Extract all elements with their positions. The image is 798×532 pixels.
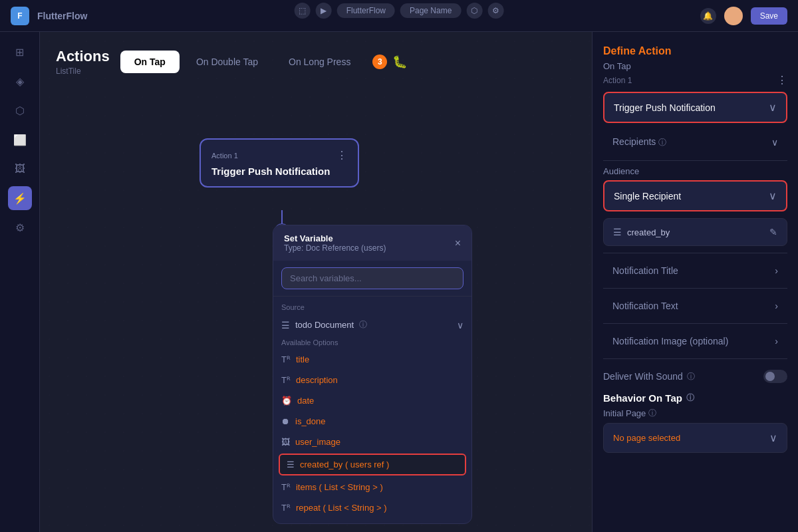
main-content: Actions ListTile On Tap On Double Tap On… <box>40 32 798 532</box>
notification-text-chevron: › <box>775 301 778 311</box>
deliver-sound-info-icon: ⓘ <box>687 371 695 382</box>
option-items[interactable]: Tᴿ items ( List < String > ) <box>273 477 471 497</box>
initial-page-row: Initial Page ⓘ <box>603 408 787 419</box>
option-date[interactable]: ⏰ date <box>273 390 471 411</box>
topbar: F FlutterFlow ⬚ ▶ FlutterFlow Page Name … <box>0 0 798 32</box>
topbar-share-icon[interactable]: ⬡ <box>466 3 482 19</box>
trigger-dropdown[interactable]: Trigger Push Notification ∨ <box>603 92 787 123</box>
divider-3 <box>603 288 787 289</box>
option-desc-text: description <box>296 375 338 385</box>
popup-search <box>273 261 471 297</box>
source-doc-icon: ☰ <box>281 320 290 331</box>
behavior-tap-info-icon: ⓘ <box>686 392 694 404</box>
initial-page-label: Initial Page ⓘ <box>603 408 656 419</box>
topbar-grid-icon[interactable]: ⬚ <box>295 3 311 19</box>
option-repeat-icon: Tᴿ <box>281 503 291 513</box>
divider-5 <box>603 358 787 359</box>
option-user-image[interactable]: 🖼 user_image <box>273 432 471 452</box>
deliver-sound-label: Deliver With Sound ⓘ <box>603 371 695 382</box>
actions-header: Actions ListTile On Tap On Double Tap On… <box>56 48 576 76</box>
tabs-row: On Tap On Double Tap On Long Press 3 🐛 <box>120 51 408 73</box>
option-items-text: items ( List < String > ) <box>296 482 383 492</box>
tab-on-double-tap[interactable]: On Double Tap <box>182 51 272 73</box>
created-by-row-left: ☰ created_by <box>613 227 670 237</box>
sidebar-icon-assets[interactable]: 🖼 <box>8 157 32 181</box>
option-repeat-text: repeat ( List < String > ) <box>296 503 387 513</box>
action-card-menu-icon[interactable]: ⋮ <box>336 149 347 162</box>
search-input[interactable] <box>281 267 464 289</box>
popup-title: Set Variable <box>284 233 386 243</box>
action-card-title: Trigger Push Notification <box>211 166 347 177</box>
topbar-bell-icon[interactable]: 🔔 <box>700 8 716 24</box>
left-sidebar: ⊞ ◈ ⬡ ⬜ 🖼 ⚡ ⚙ <box>0 32 40 532</box>
option-desc-icon: Tᴿ <box>281 375 291 385</box>
option-date-icon: ⏰ <box>281 396 292 406</box>
notification-image-row[interactable]: Notification Image (optional) › <box>603 329 787 353</box>
audience-dropdown[interactable]: Single Recipient ∨ <box>603 180 787 211</box>
trigger-dropdown-text: Trigger Push Notification <box>614 102 716 113</box>
sidebar-icon-pages[interactable]: ◈ <box>8 69 32 93</box>
divider-4 <box>603 323 787 324</box>
option-title[interactable]: Tᴿ title <box>273 349 471 370</box>
notification-text-row[interactable]: Notification Text › <box>603 294 787 318</box>
recipients-info-icon: ⓘ <box>658 138 666 147</box>
deliver-sound-toggle[interactable] <box>763 370 787 383</box>
topbar-avatar[interactable] <box>724 7 743 25</box>
initial-page-dropdown[interactable]: No page selected ∨ <box>603 423 787 453</box>
sidebar-icon-home[interactable]: ⊞ <box>8 40 32 64</box>
sidebar-icon-data[interactable]: ⬜ <box>8 128 32 152</box>
tab-on-long-press[interactable]: On Long Press <box>275 51 364 73</box>
canvas-area: Actions ListTile On Tap On Double Tap On… <box>40 32 592 532</box>
popup-header: Set Variable Type: Doc Reference (users)… <box>273 225 471 261</box>
created-by-doc-icon: ☰ <box>613 227 622 237</box>
notification-title-text: Notification Title <box>612 265 678 276</box>
panel-title: Define Action <box>603 45 787 57</box>
created-by-row[interactable]: ☰ created_by ✎ <box>603 218 787 246</box>
save-button[interactable]: Save <box>751 7 787 25</box>
option-created-by[interactable]: ☰ created_by ( users ref ) <box>279 454 466 475</box>
deliver-sound-row: Deliver With Sound ⓘ <box>603 364 787 388</box>
sidebar-icon-settings[interactable]: ⚙ <box>8 215 32 239</box>
bug-icon[interactable]: 🐛 <box>392 55 407 69</box>
action-card-label: Action 1 <box>211 152 238 160</box>
page-name-pill[interactable]: Page Name <box>400 3 461 18</box>
app-logo: F <box>11 7 29 25</box>
initial-page-chevron: ∨ <box>769 432 777 444</box>
popup-close-icon[interactable]: × <box>455 237 461 249</box>
audience-label: Audience <box>603 166 787 176</box>
audience-dropdown-chevron: ∨ <box>769 190 777 202</box>
option-done-icon: ⏺ <box>281 416 290 426</box>
option-date-text: date <box>297 396 314 406</box>
tab-badge: 3 <box>372 55 387 69</box>
trigger-dropdown-chevron: ∨ <box>769 101 777 114</box>
set-variable-popup: Set Variable Type: Doc Reference (users)… <box>273 225 472 524</box>
source-todo-document[interactable]: ☰ todo Document ⓘ ∨ <box>273 314 471 336</box>
source-info-icon: ⓘ <box>359 319 367 331</box>
sidebar-icon-actions[interactable]: ⚡ <box>8 186 32 210</box>
tab-on-tap[interactable]: On Tap <box>120 51 180 73</box>
project-name-pill[interactable]: FlutterFlow <box>337 3 395 18</box>
topbar-settings-icon[interactable]: ⚙ <box>487 3 503 19</box>
recipients-row[interactable]: Recipients ⓘ ∨ <box>603 130 787 155</box>
panel-action-menu-icon[interactable]: ⋮ <box>777 74 787 86</box>
option-title-text: title <box>296 354 309 364</box>
option-created-by-text: created_by ( users ref ) <box>300 460 389 469</box>
recipients-chevron: ∨ <box>771 137 778 148</box>
initial-page-info-icon: ⓘ <box>648 408 656 419</box>
option-repeat[interactable]: Tᴿ repeat ( List < String > ) <box>273 497 471 518</box>
source-name: todo Document <box>295 320 354 330</box>
created-by-edit-icon[interactable]: ✎ <box>769 227 777 237</box>
recipients-label: Recipients ⓘ <box>612 136 666 148</box>
topbar-play-icon[interactable]: ▶ <box>316 3 332 19</box>
option-title-icon: Tᴿ <box>281 354 291 364</box>
available-options-label: Available Options <box>273 336 471 349</box>
notification-title-row[interactable]: Notification Title › <box>603 259 787 283</box>
sidebar-icon-components[interactable]: ⬡ <box>8 98 32 122</box>
divider-2 <box>603 253 787 253</box>
option-is-done[interactable]: ⏺ is_done <box>273 411 471 432</box>
created-by-text: created_by <box>627 227 670 237</box>
popup-subtitle: Type: Doc Reference (users) <box>284 243 386 253</box>
option-description[interactable]: Tᴿ description <box>273 370 471 390</box>
panel-action-label: Action 1 ⋮ <box>603 74 787 86</box>
divider-1 <box>603 160 787 161</box>
